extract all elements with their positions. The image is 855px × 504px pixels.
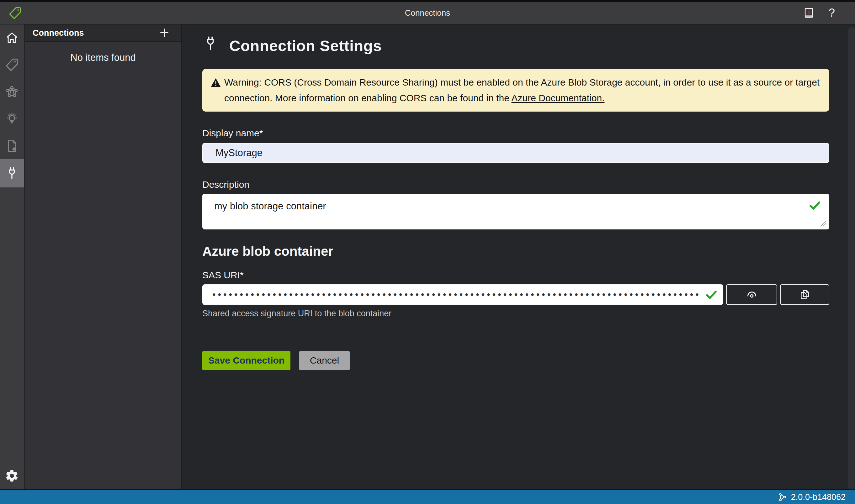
reveal-password-button[interactable] [726,284,777,305]
nav-item-settings[interactable] [0,462,24,489]
sas-uri-input[interactable] [202,284,723,305]
sas-uri-label: SAS URI* [202,270,829,281]
display-name-input[interactable] [202,143,829,163]
sas-uri-wrap [202,284,723,305]
display-name-label: Display name* [202,128,829,139]
section-title-azure-blob-container: Azure blob container [202,244,829,259]
nav-rail-spacer [0,187,24,462]
copy-button[interactable] [780,284,829,305]
cancel-button[interactable]: Cancel [299,351,350,370]
description-wrap: my blob storage container [202,194,829,230]
app-window: Connections ? [0,0,855,504]
sas-uri-helper-text: Shared access signature URI to the blob … [202,309,829,319]
azure-documentation-link[interactable]: Azure Documentation. [511,93,605,103]
lightbulb-icon [5,112,19,126]
add-connection-button[interactable]: + [160,26,169,39]
valid-check-icon [808,199,822,213]
nav-item-connections[interactable] [0,159,24,187]
sas-uri-row [202,284,829,305]
help-icon[interactable]: ? [828,7,835,18]
save-connection-button[interactable]: Save Connection [202,351,291,370]
plug-icon [5,166,19,181]
nav-rail [0,24,24,489]
panel-title: Connections [33,28,84,38]
status-bar: 2.0.0-b148062 [0,489,855,504]
warning-triangle-icon [210,78,221,87]
display-name-wrap [202,143,829,163]
home-icon [5,31,19,45]
settings-gear-icon [5,469,19,483]
release-notes-book-icon[interactable] [803,7,815,19]
eye-icon [746,288,758,301]
copy-icon [799,288,811,301]
titlebar-title: Connections [0,8,855,18]
connection-settings-page: Connection Settings Warning: CORS (Cross… [182,24,855,489]
description-textarea[interactable]: my blob storage container [202,194,829,230]
valid-check-icon [704,288,718,302]
panel-header: Connections + [25,24,181,42]
empty-list-message: No items found [25,52,181,63]
version-branch-icon [778,492,787,502]
resize-handle[interactable] [819,219,827,227]
network-graph-icon [5,85,19,99]
nav-item-reports[interactable] [0,132,24,159]
nav-item-tags[interactable] [0,51,24,78]
page-title-row: Connection Settings [202,35,829,57]
vertical-scrollbar[interactable] [848,27,855,489]
page-title: Connection Settings [229,37,382,55]
nav-item-network[interactable] [0,78,24,105]
tag-icon [5,58,19,72]
description-label: Description [202,179,829,190]
plug-icon [202,35,219,56]
titlebar-actions: ? [803,2,835,24]
titlebar: Connections ? [0,2,855,24]
cors-warning-banner: Warning: CORS (Cross Domain Resource Sha… [202,69,829,112]
form-buttons: Save Connection Cancel [202,351,829,370]
nav-item-insights[interactable] [0,105,24,132]
nav-item-home[interactable] [0,24,24,51]
app-version: 2.0.0-b148062 [791,492,845,502]
connections-list-panel: Connections + No items found [25,24,181,489]
document-gear-icon [5,139,19,153]
